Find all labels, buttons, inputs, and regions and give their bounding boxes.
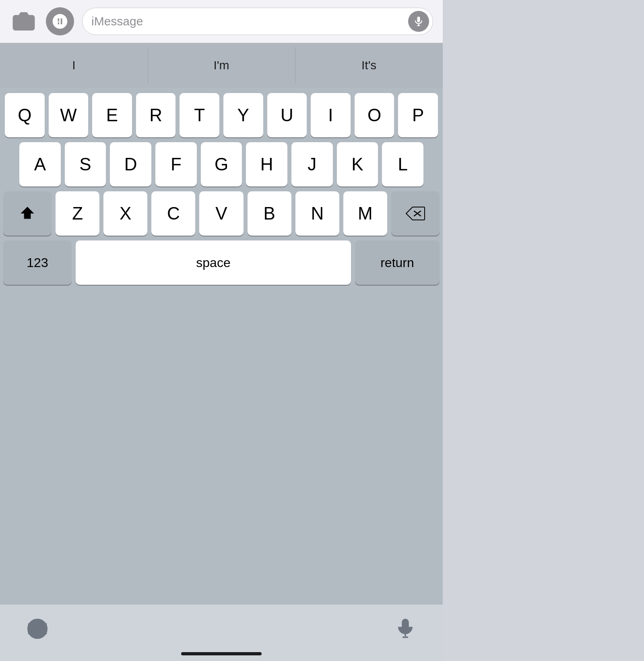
- key-j[interactable]: J: [291, 142, 333, 186]
- globe-button[interactable]: [24, 615, 51, 642]
- return-key[interactable]: return: [355, 240, 440, 285]
- camera-icon: [12, 10, 35, 33]
- key-r[interactable]: R: [136, 93, 176, 137]
- mic-bottom-icon: [394, 617, 417, 640]
- mic-icon: [413, 16, 424, 27]
- key-row-4: 123 space return: [3, 240, 440, 285]
- space-key[interactable]: space: [76, 240, 351, 285]
- key-row-2: ASDFGHJKL: [3, 142, 440, 186]
- key-n[interactable]: N: [295, 191, 339, 236]
- toolbar: [0, 0, 443, 43]
- key-a[interactable]: A: [19, 142, 61, 186]
- message-input-wrap: [82, 8, 433, 35]
- delete-key[interactable]: [391, 191, 440, 236]
- key-z[interactable]: Z: [56, 191, 99, 236]
- shift-icon: [19, 205, 35, 222]
- key-i[interactable]: I: [311, 93, 351, 137]
- svg-rect-1: [417, 17, 420, 22]
- key-g[interactable]: G: [201, 142, 242, 186]
- delete-icon: [405, 206, 425, 221]
- key-m[interactable]: M: [343, 191, 387, 236]
- appstore-icon: [51, 12, 69, 30]
- key-k[interactable]: K: [337, 142, 378, 186]
- home-bar-wrap: [181, 652, 262, 655]
- key-v[interactable]: V: [199, 191, 243, 236]
- key-t[interactable]: T: [180, 93, 219, 137]
- key-l[interactable]: L: [382, 142, 423, 186]
- nums-key[interactable]: 123: [3, 240, 72, 285]
- key-p[interactable]: P: [398, 93, 438, 137]
- keyboard: QWERTYUIOP ASDFGHJKL ZXCVBNM 123 space r…: [0, 87, 443, 605]
- key-q[interactable]: Q: [5, 93, 45, 137]
- predictive-bar: I I'm It's: [0, 43, 443, 87]
- pred-item-its[interactable]: It's: [295, 43, 443, 87]
- key-f[interactable]: F: [155, 142, 197, 186]
- bottom-bar: [0, 605, 443, 661]
- key-y[interactable]: Y: [223, 93, 263, 137]
- key-d[interactable]: D: [110, 142, 151, 186]
- key-b[interactable]: B: [248, 191, 291, 236]
- camera-button[interactable]: [10, 7, 38, 35]
- key-row-1: QWERTYUIOP: [3, 93, 440, 137]
- key-row-3: ZXCVBNM: [3, 191, 440, 236]
- message-input[interactable]: [82, 8, 433, 35]
- key-w[interactable]: W: [49, 93, 89, 137]
- shift-key[interactable]: [3, 191, 52, 236]
- key-c[interactable]: C: [151, 191, 195, 236]
- pred-item-im[interactable]: I'm: [148, 43, 295, 87]
- mic-bottom-button[interactable]: [392, 615, 419, 642]
- key-u[interactable]: U: [267, 93, 307, 137]
- key-e[interactable]: E: [92, 93, 132, 137]
- home-bar: [181, 652, 262, 655]
- globe-icon: [26, 617, 49, 640]
- appstore-button[interactable]: [46, 7, 74, 35]
- key-o[interactable]: O: [355, 93, 394, 137]
- key-h[interactable]: H: [246, 142, 287, 186]
- pred-item-i[interactable]: I: [0, 43, 148, 87]
- mic-button[interactable]: [408, 11, 429, 32]
- key-x[interactable]: X: [103, 191, 147, 236]
- key-s[interactable]: S: [65, 142, 106, 186]
- svg-point-0: [20, 19, 28, 26]
